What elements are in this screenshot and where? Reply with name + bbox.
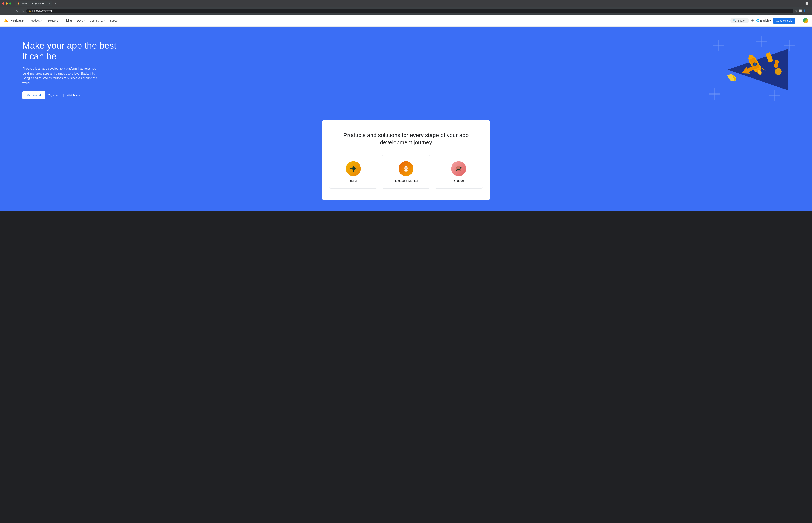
- chevron-down-icon: ▾: [104, 19, 105, 21]
- minimize-button[interactable]: [6, 2, 8, 5]
- search-text: Search: [738, 19, 746, 22]
- lock-icon: 🔒: [29, 10, 31, 12]
- engage-icon: [451, 161, 466, 176]
- browser-titlebar: 🔥 Firebase | Google's Mobile ... ✕ + ⬜: [0, 0, 812, 7]
- product-card-engage[interactable]: Engage: [435, 155, 483, 189]
- hero-content: Make your app the best it can be Firebas…: [22, 40, 120, 99]
- url-text: firebase.google.com: [32, 10, 52, 12]
- theme-toggle-icon[interactable]: ☀: [751, 19, 754, 23]
- nav-logo[interactable]: Firebase: [4, 18, 23, 23]
- active-tab[interactable]: 🔥 Firebase | Google's Mobile ... ✕: [15, 1, 52, 6]
- build-label: Build: [350, 179, 357, 182]
- nav-community[interactable]: Community ▾: [88, 18, 107, 23]
- firebase-logo-icon: [4, 18, 9, 23]
- bookmark-icon[interactable]: ☆: [795, 10, 797, 12]
- address-bar[interactable]: 🔒 firebase.google.com: [26, 8, 793, 13]
- back-button[interactable]: ←: [2, 8, 7, 13]
- language-text: English: [760, 19, 769, 22]
- profile-icon[interactable]: 👤: [803, 10, 806, 12]
- website-content: Firebase Products ▾ Solutions Pricing Do…: [0, 15, 812, 211]
- nav-docs[interactable]: Docs ▾: [75, 18, 87, 23]
- products-grid: Build: [329, 155, 483, 189]
- nav-solutions[interactable]: Solutions: [45, 18, 61, 23]
- hero-actions: Get started Try demo | Watch video: [22, 91, 120, 99]
- products-card: Products and solutions for every stage o…: [322, 120, 490, 200]
- svg-point-34: [405, 169, 407, 172]
- search-icon: 🔍: [733, 19, 736, 22]
- watch-video-link[interactable]: Watch video: [67, 94, 82, 97]
- hero-description: Firebase is an app development platform …: [22, 66, 101, 85]
- browser-toolbar: ← → ↻ ⌂ 🔒 firebase.google.com ☆ ⬜ 👤 ⋮: [0, 7, 812, 15]
- more-options-icon[interactable]: ⋮: [797, 19, 801, 23]
- svg-point-31: [405, 168, 407, 169]
- reload-button[interactable]: ↻: [15, 8, 19, 13]
- nav-links: Products ▾ Solutions Pricing Docs ▾ Comm…: [28, 18, 730, 23]
- toolbar-actions: ☆ ⬜ 👤 ⋮: [795, 10, 810, 12]
- language-selector[interactable]: 🌐 English ▾: [756, 19, 771, 22]
- site-nav: Firebase Products ▾ Solutions Pricing Do…: [0, 15, 812, 26]
- console-button[interactable]: Go to console: [773, 18, 795, 23]
- tab-favicon: 🔥: [17, 2, 20, 5]
- search-bar[interactable]: 🔍 Search: [730, 18, 748, 23]
- hero-section: Make your app the best it can be Firebas…: [0, 26, 812, 113]
- products-section: Products and solutions for every stage o…: [0, 113, 812, 211]
- maximize-button[interactable]: [9, 2, 11, 5]
- divider: |: [63, 94, 64, 97]
- tab-close-icon[interactable]: ✕: [49, 3, 50, 5]
- product-card-release[interactable]: Release & Monitor: [382, 155, 430, 189]
- release-label: Release & Monitor: [394, 179, 418, 182]
- globe-icon: 🌐: [756, 19, 759, 22]
- extensions-icon[interactable]: ⬜: [798, 10, 802, 12]
- try-demo-link[interactable]: Try demo: [48, 94, 60, 97]
- chevron-down-icon: ▾: [770, 19, 771, 22]
- user-avatar[interactable]: [803, 18, 808, 23]
- forward-button[interactable]: →: [8, 8, 14, 13]
- svg-rect-27: [353, 166, 354, 172]
- nav-brand-text: Firebase: [11, 19, 23, 22]
- menu-icon[interactable]: ⋮: [807, 10, 810, 12]
- chevron-down-icon: ▾: [41, 19, 42, 21]
- get-started-button[interactable]: Get started: [22, 91, 45, 99]
- browser-tabs: 🔥 Firebase | Google's Mobile ... ✕ +: [15, 1, 408, 6]
- engage-label: Engage: [454, 179, 464, 182]
- traffic-lights: [2, 2, 11, 5]
- svg-point-22: [775, 68, 782, 75]
- release-icon: [399, 161, 413, 176]
- close-button[interactable]: [2, 2, 4, 5]
- window-controls: ⬜: [804, 1, 810, 6]
- products-section-title: Products and solutions for every stage o…: [329, 131, 483, 146]
- browser-frame: 🔥 Firebase | Google's Mobile ... ✕ + ⬜ ←…: [0, 0, 812, 211]
- product-card-build[interactable]: Build: [329, 155, 377, 189]
- hero-illustration-svg: [703, 34, 797, 105]
- nav-pricing[interactable]: Pricing: [61, 18, 74, 23]
- build-icon: [346, 161, 361, 176]
- nav-right: 🔍 Search ☀ 🌐 English ▾ Go to console ⋮: [730, 18, 808, 23]
- new-tab-button[interactable]: +: [53, 1, 58, 6]
- hero-title: Make your app the best it can be: [22, 40, 120, 62]
- nav-support[interactable]: Support: [108, 18, 121, 23]
- hero-illustration: [703, 34, 797, 105]
- nav-products[interactable]: Products ▾: [28, 18, 45, 23]
- tab-title: Firebase | Google's Mobile ...: [21, 2, 47, 5]
- svg-marker-23: [727, 73, 737, 83]
- home-button[interactable]: ⌂: [21, 8, 25, 13]
- chevron-down-icon: ▾: [84, 19, 85, 21]
